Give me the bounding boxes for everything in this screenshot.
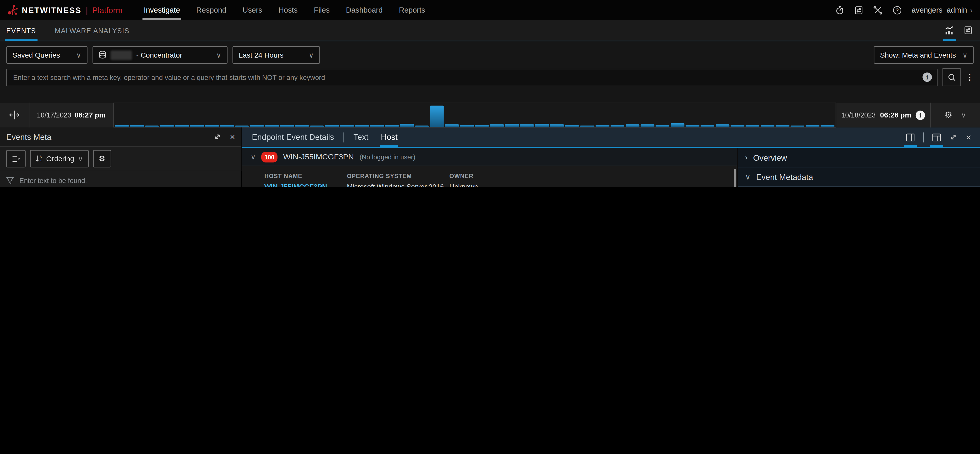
- chevron-down-icon[interactable]: ∨: [251, 153, 256, 161]
- timeline-chart-toggle-icon[interactable]: [944, 20, 955, 41]
- host-logged-user-note: (No logged in user): [360, 153, 415, 160]
- main-menu-item[interactable]: Users: [242, 0, 262, 20]
- service-label: - Concentrator: [136, 51, 182, 59]
- timeline-bar: [625, 124, 639, 127]
- timeline-bar: [821, 125, 834, 127]
- main-menu-item[interactable]: Hosts: [278, 0, 298, 20]
- timeline-bar: [220, 125, 234, 127]
- query-search-box: i: [6, 68, 937, 86]
- netwitness-logo-icon: [8, 4, 18, 16]
- saved-queries-dropdown[interactable]: Saved Queries ∨: [6, 46, 88, 64]
- event-details-tabbar: Endpoint Event Details Text Host: [242, 127, 980, 148]
- timeline-bar: [205, 125, 219, 127]
- expand-panel-icon[interactable]: [214, 133, 221, 141]
- panel-layout-icon[interactable]: [932, 127, 941, 147]
- gear-icon: ⚙: [99, 154, 105, 163]
- subtab[interactable]: EVENTS: [5, 20, 37, 41]
- main-menu-item[interactable]: Respond: [196, 0, 226, 20]
- subtab[interactable]: MALWARE ANALYSIS: [54, 20, 130, 41]
- main-area: Events Meta ×: [0, 127, 980, 187]
- event-details-tab[interactable]: Host: [375, 127, 404, 147]
- overview-title: Overview: [753, 153, 787, 162]
- admin-tools-icon[interactable]: [873, 5, 882, 15]
- timeline-bar: [460, 125, 474, 127]
- query-search-input[interactable]: [12, 73, 923, 81]
- main-menu-item[interactable]: Dashboard: [346, 0, 383, 20]
- redacted-service-name: [111, 51, 132, 60]
- split-view-icon[interactable]: [906, 127, 915, 147]
- svg-text:Z: Z: [40, 159, 42, 162]
- meta-filter: [0, 171, 241, 187]
- host-field: HOST NAME WIN-J55IMCGF3PN: [264, 173, 347, 187]
- jobs-icon[interactable]: [854, 5, 863, 15]
- timeline-bar: [265, 125, 279, 127]
- close-panel-icon[interactable]: ×: [230, 132, 235, 141]
- chevron-down-icon: ∨: [745, 173, 750, 181]
- events-preferences-icon[interactable]: [964, 20, 972, 41]
- event-metadata-panel: › Overview ∨ Event Metadata: [738, 148, 980, 187]
- details-scrollbar[interactable]: [733, 169, 736, 187]
- timeline-bar: [190, 125, 204, 127]
- host-field: OWNER Unknown: [450, 173, 728, 187]
- event-details-title: Endpoint Event Details: [252, 132, 343, 142]
- timeline-settings-icon[interactable]: ⚙: [945, 110, 953, 120]
- timeline-bar: [535, 124, 549, 127]
- meta-settings-button[interactable]: ⚙: [93, 150, 111, 167]
- show-mode-dropdown[interactable]: Show: Meta and Events ∨: [874, 46, 974, 64]
- query-kebab-menu-icon[interactable]: ⋮: [966, 73, 974, 81]
- host-field: OPERATING SYSTEM Microsoft Windows Serve…: [347, 173, 450, 187]
- close-details-icon[interactable]: ×: [966, 127, 971, 147]
- timeline-bar: [700, 125, 714, 127]
- chevron-right-icon: ›: [745, 153, 748, 162]
- meta-view-dropdown[interactable]: [6, 150, 25, 167]
- funnel-icon: [6, 177, 14, 184]
- username: avengers_admin: [912, 6, 967, 14]
- host-risk-score-badge: 100: [261, 151, 277, 162]
- user-menu[interactable]: avengers_admin ›: [912, 6, 972, 14]
- brand-name: NETWITNESS: [22, 5, 81, 15]
- field-label: OWNER: [450, 173, 728, 179]
- svg-text:A: A: [40, 155, 42, 159]
- timeline-bar: [760, 125, 774, 127]
- main-menu-item[interactable]: Reports: [399, 0, 425, 20]
- timeline-chart[interactable]: [114, 103, 836, 127]
- timeline-bar: [175, 125, 189, 127]
- help-icon[interactable]: ?: [892, 5, 902, 15]
- chevron-down-icon[interactable]: ∨: [961, 111, 966, 119]
- timeline-bar: [385, 125, 399, 127]
- timeline-start-time: 10/17/202306:27 pm: [29, 103, 114, 127]
- subtab-tools: [944, 20, 980, 41]
- query-info-icon[interactable]: i: [923, 73, 932, 82]
- timeline-pan-handle-icon[interactable]: [0, 103, 29, 127]
- timeline-bar: [520, 124, 534, 127]
- timeline-bar: [400, 124, 414, 127]
- host-details-panel: ∨ 100 WIN-J55IMCGF3PN (No logged in user…: [242, 148, 738, 187]
- time-range-dropdown[interactable]: Last 24 Hours ∨: [232, 46, 320, 64]
- timer-icon[interactable]: [835, 5, 844, 15]
- event-metadata-section-toggle[interactable]: ∨ Event Metadata: [738, 167, 980, 187]
- chevron-down-icon: ∨: [78, 155, 83, 163]
- host-summary-row[interactable]: ∨ 100 WIN-J55IMCGF3PN (No logged in user…: [242, 148, 737, 166]
- timeline-bar: [295, 125, 309, 127]
- timeline: 10/17/202306:27 pm 10/18/202306:26 pm i …: [0, 102, 980, 127]
- maximize-panel-icon[interactable]: [950, 127, 958, 147]
- search-button[interactable]: [942, 68, 961, 86]
- main-menu: Investigate Respond Users Hosts Files Da…: [144, 0, 835, 20]
- event-details-tab[interactable]: Text: [347, 127, 375, 147]
- overview-section-toggle[interactable]: › Overview: [738, 148, 980, 167]
- meta-filter-input[interactable]: [18, 176, 235, 185]
- timeline-end-time: 10/18/202306:26 pm i: [836, 103, 931, 127]
- timeline-bar: [655, 125, 669, 127]
- timeline-bar: [565, 125, 579, 127]
- ordering-dropdown[interactable]: AZ Ordering ∨: [30, 150, 89, 167]
- service-dropdown[interactable]: - Concentrator ∨: [92, 46, 228, 64]
- main-menu-item[interactable]: Files: [314, 0, 330, 20]
- brand[interactable]: NETWITNESS|Platform: [8, 4, 123, 16]
- chevron-down-icon: ∨: [309, 51, 314, 59]
- main-menu-item[interactable]: Investigate: [144, 0, 180, 20]
- investigate-subtabs: EVENTS MALWARE ANALYSIS: [0, 20, 980, 41]
- field-label: HOST NAME: [264, 173, 347, 179]
- timeline-bar: [670, 123, 684, 127]
- timeline-info-icon[interactable]: i: [916, 110, 925, 119]
- query-bar: Saved Queries ∨ - Concentrator ∨ Last 24…: [0, 41, 980, 92]
